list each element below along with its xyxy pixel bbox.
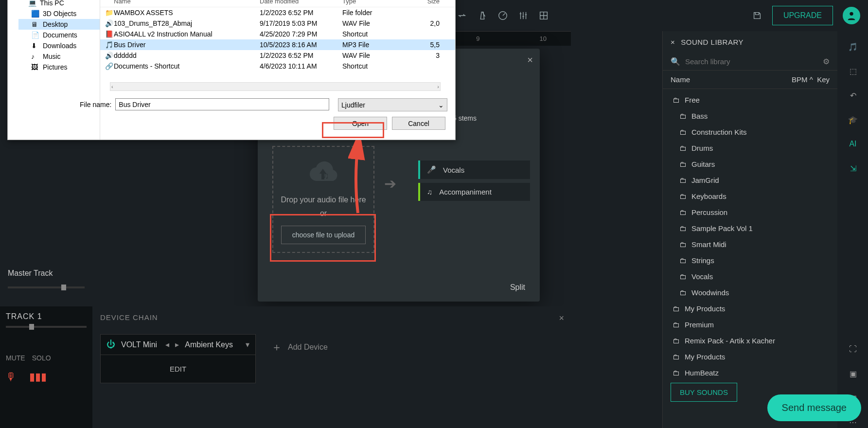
filter-icon[interactable]: ⚙ [823, 57, 830, 66]
app-toolbar: UPGRADE [408, 0, 868, 31]
file-list[interactable]: Name Date modified Type Size 📁WAMBOX ASS… [100, 0, 455, 86]
export-rail-icon[interactable]: ⇲ [847, 162, 859, 174]
edit-device-button[interactable]: EDIT [101, 355, 255, 383]
tree-item[interactable]: 🖥Desktop [18, 19, 100, 30]
library-folder-label: HumBeatz [685, 369, 719, 376]
drop-zone[interactable]: ♫ Drop your audio file here or choose fi… [272, 146, 374, 253]
preset-name: Ambient Keys [185, 340, 233, 349]
library-rail-icon[interactable]: 🎵 [847, 41, 859, 53]
tuner-icon[interactable] [497, 10, 508, 21]
mic-icon: 🎤 [427, 165, 436, 174]
close-icon[interactable]: × [559, 313, 564, 323]
chevron-down-icon[interactable]: ▾ [246, 340, 249, 349]
library-folder[interactable]: 🗀My Products [663, 349, 837, 365]
chevron-left-icon[interactable]: ‹ [111, 84, 113, 89]
buy-sounds-button[interactable]: BUY SOUNDS [671, 383, 737, 402]
tree-item[interactable]: ♪Music [18, 51, 100, 62]
file-name: Bus Driver [114, 41, 260, 49]
svg-point-2 [850, 12, 853, 16]
library-folder[interactable]: 🗀Premium [663, 317, 837, 333]
tree-item[interactable]: ⬇Downloads [18, 40, 100, 51]
file-row[interactable]: 🎵Bus Driver10/5/2023 8:16 AMMP3 File5,5 [100, 39, 455, 50]
track-pan-slider[interactable] [29, 324, 34, 330]
learn-rail-icon[interactable]: 🎓 [847, 114, 859, 125]
library-folder[interactable]: 🗀Vocals [663, 268, 837, 285]
library-folder[interactable]: 🗀Free [663, 92, 837, 108]
tree-item[interactable]: 📄Documents [18, 30, 100, 40]
library-folder[interactable]: 🗀Guitars [663, 156, 837, 172]
horizontal-scrollbar[interactable]: ‹› [110, 82, 441, 91]
loop-icon[interactable] [457, 10, 467, 21]
undo-rail-icon[interactable]: ↶ [847, 89, 859, 101]
fit-rail-icon[interactable]: ⛶ [847, 343, 859, 355]
library-folder[interactable]: 🗀Woodwinds [663, 285, 837, 301]
preset-next-icon[interactable]: ▸ [175, 340, 179, 349]
library-folder[interactable]: 🗀My Products [663, 301, 837, 317]
tree-item[interactable]: 💻This PC [18, 0, 100, 8]
select-rail-icon[interactable]: ⬚ [847, 65, 859, 77]
col-key[interactable]: Key [817, 75, 830, 84]
library-folder[interactable]: 🗀Smart Midi [663, 236, 837, 252]
split-button[interactable]: Split [510, 283, 525, 292]
library-folder[interactable]: 🗀Bass [663, 108, 837, 124]
library-folder[interactable]: 🗀Keyboards [663, 188, 837, 204]
mixer-icon[interactable] [518, 10, 529, 21]
folder-tree[interactable]: 💻This PC🟦3D Objects🖥Desktop📄Documents⬇Do… [8, 0, 100, 140]
library-folder[interactable]: 🗀JamGrid [663, 172, 837, 188]
power-icon[interactable]: ⏻ [106, 339, 115, 350]
zoom-rail-icon[interactable]: ▣ [847, 368, 859, 379]
user-avatar[interactable] [843, 7, 860, 24]
library-folder[interactable]: 🗀Construction Kits [663, 124, 837, 140]
close-icon[interactable]: × [527, 54, 533, 66]
library-folder[interactable]: 🗀Sample Pack Vol 1 [663, 220, 837, 236]
stem-accompaniment[interactable]: ♫ Accompaniment [418, 183, 530, 201]
master-volume-slider[interactable] [61, 285, 66, 290]
ai-rail-icon[interactable]: AI [847, 138, 859, 150]
folder-icon: 📄 [31, 31, 39, 39]
library-folder-label: Premium [685, 321, 714, 329]
mute-button[interactable]: MUTE [6, 354, 25, 362]
file-list-header: Name Date modified Type Size [100, 0, 455, 7]
choose-file-button[interactable]: choose file to upload [281, 226, 366, 244]
cloud-upload-icon: ♫ [304, 155, 343, 191]
filename-input[interactable] [115, 98, 329, 110]
library-folder[interactable]: 🗀Remix Pack - Artik x Kacher [663, 333, 837, 349]
file-row[interactable]: 📕ASIO4ALL v2 Instruction Manual4/25/2020… [100, 29, 455, 39]
file-row[interactable]: 📁WAMBOX ASSETS1/2/2023 6:52 PMFile folde… [100, 7, 455, 18]
tree-item[interactable]: 🟦3D Objects [18, 8, 100, 19]
cancel-button[interactable]: Cancel [392, 117, 445, 130]
library-folder[interactable]: 🗀Percussion [663, 204, 837, 220]
library-folder[interactable]: 🗀HumBeatz [663, 365, 837, 376]
col-name[interactable]: Name [671, 75, 690, 84]
file-row[interactable]: 🔊103_Drums_BT28_Abmaj9/17/2019 5:03 PMWA… [100, 18, 455, 29]
solo-button[interactable]: SOLO [32, 354, 51, 362]
library-folder[interactable]: 🗀Drums [663, 140, 837, 156]
stems-count: 5 stems [453, 114, 477, 122]
file-type-icon: 🔊 [104, 19, 114, 27]
upgrade-button[interactable]: UPGRADE [772, 6, 833, 25]
master-track-title: Master Track [8, 269, 85, 278]
library-folder-label: My Products [685, 353, 725, 361]
save-icon[interactable] [752, 10, 762, 21]
file-row[interactable]: 🔗Documents - Shortcut4/6/2023 10:11 AMSh… [100, 61, 455, 71]
folder-icon: 🗀 [673, 353, 680, 361]
close-icon[interactable]: × [671, 38, 675, 46]
metronome-icon[interactable] [477, 10, 488, 21]
col-bpm[interactable]: BPM ^ [792, 75, 813, 84]
open-button[interactable]: Open [334, 117, 387, 130]
folder-icon: 🗀 [679, 240, 687, 249]
stem-vocals[interactable]: 🎤 Vocals [418, 160, 530, 179]
file-row[interactable]: 🔊dddddd1/2/2023 6:52 PMWAV File3 [100, 50, 455, 61]
add-device-button[interactable]: ＋ Add Device [266, 334, 334, 360]
search-input[interactable] [685, 57, 818, 66]
send-message-button[interactable]: Send message [767, 394, 861, 421]
folder-icon: 🗀 [679, 176, 687, 184]
tree-item[interactable]: 🖼Pictures [18, 62, 100, 72]
chevron-right-icon[interactable]: › [437, 84, 439, 89]
mic-record-icon[interactable]: 🎙 [6, 371, 17, 383]
filetype-dropdown[interactable]: Ljudfiler ⌄ [338, 98, 447, 111]
preset-prev-icon[interactable]: ◂ [165, 340, 169, 349]
library-folder[interactable]: 🗀Strings [663, 252, 837, 268]
grid-icon[interactable] [538, 10, 549, 21]
midi-record-icon[interactable]: ▮▮▮ [29, 371, 47, 383]
